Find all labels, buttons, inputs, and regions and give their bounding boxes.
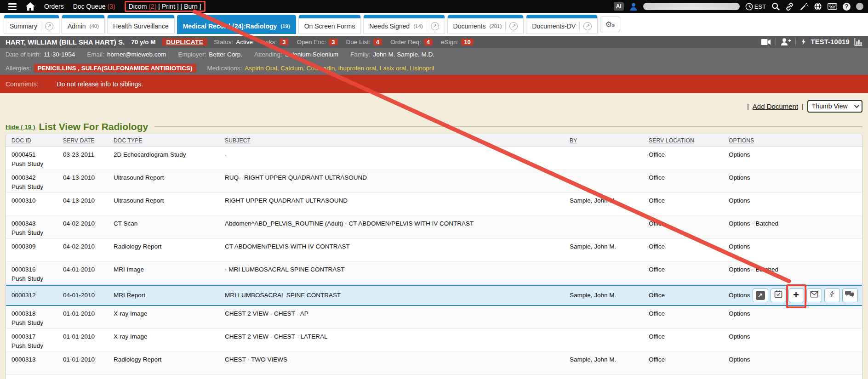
column-header-serv-date[interactable]: SERV DATE (63, 137, 114, 144)
push-study-link[interactable]: Push Study (11, 274, 58, 283)
user-icon[interactable] (629, 2, 638, 11)
envelope-button[interactable] (806, 288, 822, 302)
column-header-subject[interactable]: SUBJECT (225, 137, 570, 144)
doc-id[interactable]: 0000312 (11, 291, 58, 300)
wand-icon[interactable] (799, 2, 808, 11)
doc-id[interactable]: 0000451 (11, 150, 58, 159)
count-badge[interactable]: 4 (424, 39, 433, 45)
options-link[interactable]: Options (729, 355, 750, 364)
tab-settings-button[interactable]: ⚙⚙ (600, 17, 620, 32)
column-header-by[interactable]: BY (570, 137, 649, 144)
external-link-icon[interactable]: ↗ (431, 22, 439, 30)
push-study-link[interactable]: Push Study (11, 159, 58, 169)
lightning-icon[interactable] (800, 38, 806, 46)
counter-esign: eSign:10 (441, 39, 474, 45)
timezone-indicator[interactable]: EST (745, 3, 766, 11)
lightning-button[interactable] (824, 288, 840, 302)
options-link[interactable]: Options (729, 173, 750, 182)
tab-admin[interactable]: Admin(40) (62, 15, 105, 34)
link-icon[interactable] (785, 2, 794, 11)
video-camera-icon[interactable] (761, 39, 771, 45)
doc-id[interactable]: 0000316 (11, 265, 58, 274)
home-icon[interactable] (26, 2, 35, 11)
table-row[interactable]: 0000318Push Study01-01-2010X-ray ImageCH… (6, 306, 862, 329)
table-row[interactable]: 000031204-01-2010MRI ReportMRI LUMBOSACR… (6, 285, 862, 306)
bar-chart-icon[interactable] (854, 38, 862, 46)
table-row[interactable]: 000030904-02-2010Radiology ReportCT ABDO… (6, 239, 862, 262)
menu-print[interactable]: [ Print ] (158, 3, 178, 10)
push-study-link[interactable]: Push Study (11, 182, 58, 192)
hide-link[interactable]: Hide ( 19 ) (6, 124, 35, 130)
push-study-link[interactable]: Push Study (11, 318, 58, 328)
chat-icon (845, 290, 855, 301)
keyboard-icon[interactable] (828, 3, 837, 10)
ai-badge[interactable]: AI (614, 2, 624, 11)
options-link[interactable]: Options (729, 332, 750, 341)
medications-list[interactable]: Aspirin Oral, Calcium, Coumadin, ibuprof… (245, 65, 434, 72)
doc-id[interactable]: 0000313 (11, 355, 58, 364)
by-cell: Sample, John M. (570, 196, 649, 205)
table-row[interactable]: 0000342Push Study04-13-2010Ultrasound Re… (6, 170, 862, 193)
column-header-doc-id[interactable]: DOC ID (11, 137, 63, 144)
tab-needs-signed[interactable]: Needs Signed(14)↗ (363, 15, 445, 34)
column-header-doc-type[interactable]: DOC TYPE (114, 137, 225, 144)
tab-documents-dv[interactable]: Documents-DV↗ (526, 15, 598, 34)
tab-health-surveillance[interactable]: Health Surveillance (107, 15, 175, 34)
table-row[interactable]: 0000316Push Study04-01-2010MRI Image- MR… (6, 262, 862, 285)
count-badge[interactable]: 4 (373, 39, 382, 45)
count-badge[interactable]: 3 (329, 39, 337, 45)
add-person-icon[interactable] (781, 38, 791, 46)
options-link[interactable]: Options (729, 309, 750, 318)
doc-id[interactable]: 0000309 (11, 242, 58, 251)
external-link-icon[interactable]: ↗ (45, 22, 53, 30)
open-document-button[interactable]: ↗ (753, 288, 768, 302)
calendar-check-button[interactable] (771, 288, 786, 302)
tab-documents[interactable]: Documents(281)↗ (447, 15, 524, 34)
allergies-badge[interactable]: PENICILLINS , SULFA(SULFONAMIDE ANTIBIOT… (34, 64, 196, 73)
doc-id[interactable]: 0000310 (11, 196, 58, 205)
table-row[interactable]: 0000451Push Study03-23-20112D Echocardio… (6, 147, 862, 170)
table-row[interactable]: 0000343Push Study04-02-2010CT ScanAbdome… (6, 216, 862, 239)
menu-burn[interactable]: [ Burn ] (180, 3, 201, 10)
count-badge[interactable]: 10 (461, 39, 473, 45)
hamburger-menu-icon[interactable] (8, 3, 17, 10)
count-badge[interactable]: 3 (280, 39, 288, 45)
options-link[interactable]: Options (729, 242, 750, 251)
column-header-options[interactable]: OPTIONS (729, 137, 862, 144)
help-icon[interactable]: ? (843, 3, 851, 11)
add-document-link[interactable]: Add Document (753, 102, 798, 110)
search-icon[interactable] (771, 2, 780, 11)
counter-tasks: Tasks:3 (259, 39, 289, 45)
tab-bar: Summary↗Admin(40)Health SurveillanceMedi… (0, 13, 868, 36)
options-link[interactable]: Options - Batched (729, 219, 778, 228)
location-cell: Office (649, 332, 729, 341)
column-header-serv-location[interactable]: SERV LOCATION (649, 137, 729, 144)
options-link[interactable]: Options (729, 150, 750, 159)
external-link-icon[interactable]: ↗ (583, 22, 592, 30)
doc-id[interactable]: 0000342 (11, 173, 58, 182)
globe-icon[interactable] (814, 2, 822, 11)
options-link[interactable]: Options - Batched (729, 265, 778, 274)
tab-summary[interactable]: Summary↗ (4, 15, 59, 34)
options-link[interactable]: Options (729, 291, 750, 300)
view-mode-select[interactable]: Thumb View (807, 100, 862, 113)
table-row[interactable]: 0000317Push Study01-01-2010X-ray ImageCH… (6, 329, 862, 352)
table-row[interactable]: 000010011-06-2009Ultrasound ReportSeleni… (6, 375, 862, 379)
table-row[interactable]: 000031301-01-2010Radiology ReportCHEST -… (6, 352, 862, 375)
table-row[interactable]: 000031004-13-2010Ultrasound ReportRIGHT … (6, 193, 862, 216)
push-study-link[interactable]: Push Study (11, 341, 58, 351)
duplicate-badge[interactable]: DUPLICATE (162, 38, 207, 46)
tab-on-screen-forms[interactable]: On Screen Forms (298, 15, 361, 34)
external-link-icon[interactable]: ↗ (509, 22, 518, 30)
doc-id[interactable]: 0000317 (11, 332, 58, 341)
add-plus-button[interactable]: + (788, 288, 804, 302)
menu-orders[interactable]: Orders (44, 3, 64, 10)
options-link[interactable]: Options (729, 196, 750, 205)
doc-id[interactable]: 0000343 (11, 219, 58, 228)
tab-medical-record-24-radiology[interactable]: Medical Record (24):Radiology(19) (177, 15, 296, 34)
chat-button[interactable] (842, 288, 858, 302)
doc-id[interactable]: 0000318 (11, 309, 58, 318)
menu-doc-queue[interactable]: Doc Queue (3) (73, 3, 115, 10)
menu-dicom[interactable]: Dicom (2) (129, 3, 159, 10)
push-study-link[interactable]: Push Study (11, 228, 58, 238)
